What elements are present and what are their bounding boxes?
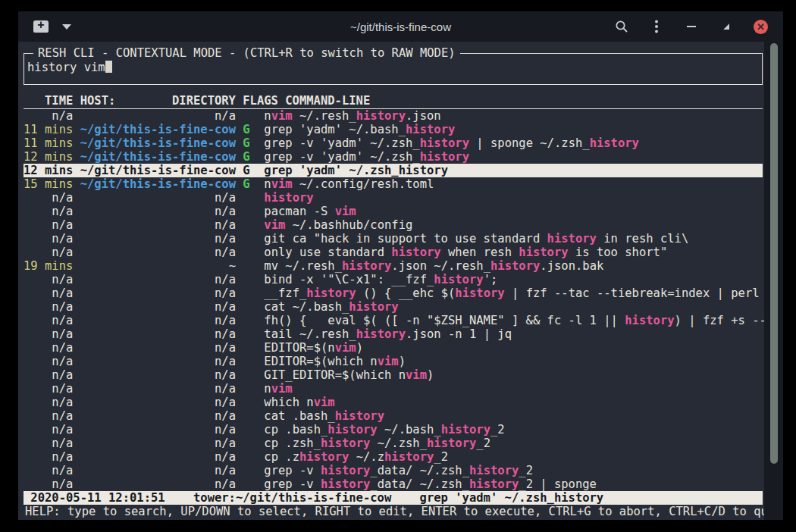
tab-dropdown-button[interactable] <box>59 19 74 34</box>
history-row[interactable]: n/a n/a which nvim <box>24 396 763 409</box>
restore-icon <box>722 22 731 31</box>
terminal-body: RESH CLI - CONTEXTUAL MODE - (CTRL+R to … <box>18 42 783 520</box>
search-box: RESH CLI - CONTEXTUAL MODE - (CTRL+R to … <box>24 53 763 85</box>
history-row[interactable]: n/a n/a fh() { eval $( ([ -n "$ZSH_NAME"… <box>24 314 763 327</box>
scrollbar-thumb[interactable] <box>770 43 778 464</box>
screen: ~/git/this-is-fine-cow <box>0 0 796 532</box>
chevron-down-icon <box>62 24 71 30</box>
history-row[interactable]: n/a n/a nvim ~/.resh_history.json <box>24 109 763 123</box>
mode-label: RESH CLI - CONTEXTUAL MODE - (CTRL+R to … <box>33 46 460 60</box>
terminal-window: ~/git/this-is-fine-cow <box>18 11 783 520</box>
history-row[interactable]: n/a n/a history <box>24 191 763 205</box>
history-row[interactable]: n/a n/a nvim <box>24 382 763 396</box>
history-row[interactable]: n/a n/a __fzf_history () { __ehc $(histo… <box>24 286 763 300</box>
history-row[interactable]: 19 mins ~ mv ~/.resh_history.json ~/.res… <box>24 259 763 273</box>
search-icon <box>615 20 628 33</box>
history-row[interactable]: n/a n/a cp .bash_history ~/.bash_history… <box>24 423 763 437</box>
history-row[interactable]: n/a n/a only use standard history when r… <box>24 246 763 259</box>
history-rows: n/a n/a nvim ~/.resh_history.json11 mins… <box>24 109 763 491</box>
new-tab-button[interactable] <box>33 19 49 34</box>
history-row[interactable]: 12 mins ~/git/this-is-fine-cow G grep -v… <box>24 150 763 164</box>
history-row[interactable]: n/a n/a cat ~/.bash_history <box>24 300 763 314</box>
history-row[interactable]: n/a n/a cp .zsh_history ~/.zsh_history_2 <box>24 437 763 450</box>
kebab-menu-icon <box>655 20 658 33</box>
help-line: HELP: type to search, UP/DOWN to select,… <box>24 505 764 518</box>
table-header: TIME HOST: DIRECTORY FLAGS COMMAND-LINE <box>24 94 763 109</box>
close-icon: ✕ <box>757 21 765 33</box>
history-row[interactable]: 15 mins ~/git/this-is-fine-cow G nvim ~/… <box>24 177 763 191</box>
search-button[interactable] <box>614 19 629 34</box>
history-row[interactable]: n/a n/a pacman -S vim <box>24 205 763 218</box>
minimize-icon <box>687 26 696 27</box>
resh-cli-panel: RESH CLI - CONTEXTUAL MODE - (CTRL+R to … <box>18 42 764 520</box>
close-button[interactable]: ✕ <box>754 20 768 34</box>
status-bar: 2020-05-11 12:01:51 tower:~/git/this-is-… <box>24 491 763 505</box>
history-row[interactable]: n/a n/a bind -x '"\C-x1": __fzf_history'… <box>24 273 763 286</box>
titlebar: ~/git/this-is-fine-cow <box>18 11 783 42</box>
history-row[interactable]: n/a n/a git ca "hack in support to use s… <box>24 232 763 246</box>
search-query: history vim <box>27 61 105 74</box>
new-tab-icon <box>33 20 49 33</box>
history-row[interactable]: n/a n/a cat .bash_history <box>24 409 763 423</box>
scrollbar[interactable] <box>764 42 783 520</box>
minimize-button[interactable] <box>684 19 699 34</box>
history-row[interactable]: n/a n/a grep -v history_data/ ~/.zsh_his… <box>24 464 763 477</box>
history-row[interactable]: 11 mins ~/git/this-is-fine-cow G grep 'y… <box>24 123 763 136</box>
history-row-selected[interactable]: 12 mins ~/git/this-is-fine-cow G grep 'y… <box>24 164 763 177</box>
history-row[interactable]: n/a n/a cp .zhistory ~/.zhistory_2 <box>24 450 763 464</box>
menu-button[interactable] <box>649 19 664 34</box>
history-row[interactable]: n/a n/a grep -v history_data/ ~/.zsh_his… <box>24 477 763 491</box>
history-row[interactable]: n/a n/a EDITOR=$(nvim) <box>24 341 763 355</box>
text-cursor <box>105 61 112 73</box>
history-row[interactable]: n/a n/a vim ~/.bashhub/config <box>24 218 763 232</box>
history-row[interactable]: n/a n/a EDITOR=$(which nvim) <box>24 355 763 368</box>
history-row[interactable]: n/a n/a GIT_EDITOR=$(which nvim) <box>24 368 763 382</box>
history-row[interactable]: 11 mins ~/git/this-is-fine-cow G grep -v… <box>24 136 763 150</box>
restore-button[interactable] <box>719 19 734 34</box>
history-row[interactable]: n/a n/a tail ~/.resh_history.json -n 1 |… <box>24 327 763 341</box>
